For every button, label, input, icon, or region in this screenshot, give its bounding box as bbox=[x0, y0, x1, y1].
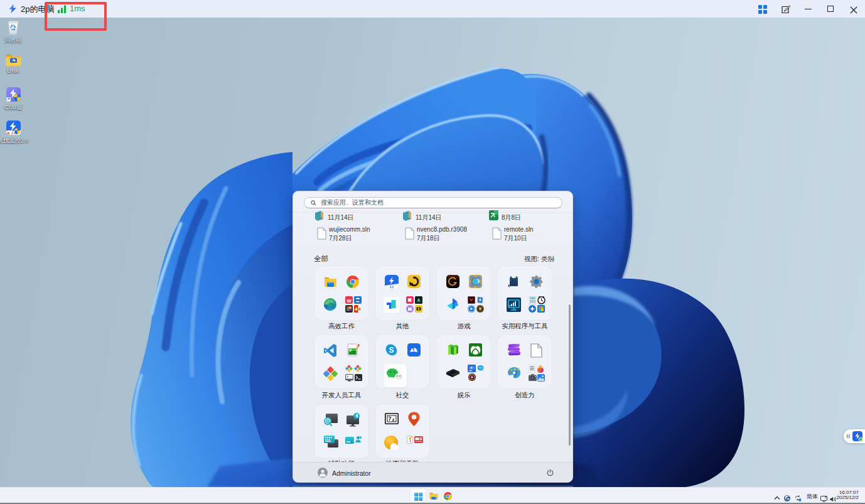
svg-text:W: W bbox=[347, 298, 352, 304]
svg-text:4: 4 bbox=[355, 306, 358, 312]
svg-text:z: z bbox=[392, 417, 395, 422]
svg-text:7: 7 bbox=[388, 416, 391, 422]
svg-text:3.0: 3.0 bbox=[390, 286, 394, 289]
svg-text:S: S bbox=[389, 346, 394, 355]
svg-text:4: 4 bbox=[358, 307, 361, 311]
